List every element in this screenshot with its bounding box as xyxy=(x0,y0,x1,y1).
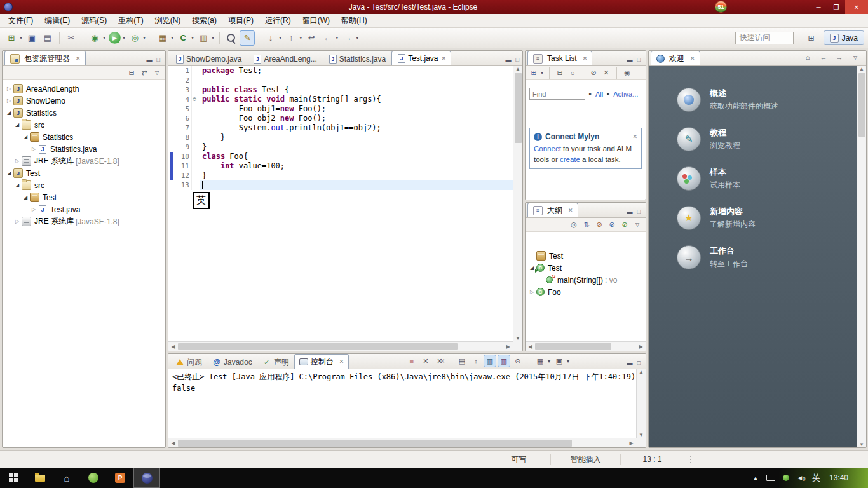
last-edit-icon[interactable] xyxy=(304,30,319,46)
scroll-lock-icon[interactable] xyxy=(470,355,482,367)
code-line-6[interactable]: 6 Foo obj2=new Foo(); xyxy=(168,114,513,123)
jar-export-icon[interactable] xyxy=(196,30,211,46)
expand-arrow-icon[interactable]: ▷ xyxy=(528,289,536,295)
pkg-item-4[interactable]: ◢Statistics xyxy=(3,131,165,143)
menu-icon[interactable] xyxy=(151,67,163,79)
mylyn-link[interactable]: Connect xyxy=(534,145,561,152)
scroll-right-icon[interactable]: ▶ xyxy=(503,344,513,349)
collapse-arrow-icon[interactable]: ◢ xyxy=(5,110,13,116)
maximize-view-icon[interactable]: □ xyxy=(637,208,641,215)
menu-item-0[interactable]: 文件(F) xyxy=(3,13,39,28)
expand-arrow-icon[interactable]: ▷ xyxy=(13,219,21,224)
scroll-down-icon[interactable]: ▼ xyxy=(515,336,520,341)
tutorials-icon[interactable] xyxy=(677,127,701,151)
code-line-9[interactable]: 9} xyxy=(168,142,513,152)
editor-tab-3[interactable]: Test.java✕ xyxy=(391,51,451,65)
volume-icon[interactable] xyxy=(797,471,806,484)
find-input[interactable] xyxy=(529,88,585,100)
workbench-icon[interactable] xyxy=(677,245,701,269)
hide-fields-icon[interactable] xyxy=(593,219,605,231)
package-explorer-tab[interactable]: 包资源管理器 ✕ xyxy=(4,51,86,65)
run-dropdown-icon[interactable]: ▾ xyxy=(123,35,125,41)
fold-collapse-icon[interactable]: ⊖ xyxy=(193,95,196,103)
scroll-up-icon[interactable]: ▲ xyxy=(639,369,644,375)
scroll-up-icon[interactable]: ▲ xyxy=(515,66,520,72)
code-text[interactable] xyxy=(200,180,513,190)
remove-all-icon[interactable] xyxy=(433,355,446,367)
pkg-item-3[interactable]: ◢src xyxy=(3,119,165,131)
minimize-view-icon[interactable]: ▬ xyxy=(627,57,633,63)
minimize-view-icon[interactable]: ▬ xyxy=(147,57,153,63)
pkg-item-8[interactable]: ◢src xyxy=(3,179,165,191)
code-line-8[interactable]: 8 } xyxy=(168,133,513,142)
pkg-item-1[interactable]: ▷ShowDemo xyxy=(3,95,165,107)
hide-static-icon[interactable] xyxy=(606,219,618,231)
next-annotation-icon[interactable] xyxy=(263,30,278,46)
link-editor-icon[interactable] xyxy=(139,67,150,79)
filter-all-link[interactable]: All xyxy=(595,90,603,98)
menu-icon[interactable] xyxy=(850,51,861,63)
close-popup-icon[interactable]: ✕ xyxy=(632,133,637,140)
menu-item-8[interactable]: 窗口(W) xyxy=(297,13,336,28)
scroll-left-icon[interactable]: ◀ xyxy=(526,344,535,349)
outline-item-2[interactable]: main(String[]): vo xyxy=(526,274,646,286)
hide-nonpublic-icon[interactable] xyxy=(619,219,630,231)
collapse-arrow-icon[interactable]: ◢ xyxy=(22,194,29,200)
code-text[interactable]: Foo obj1=new Foo(); xyxy=(200,104,513,114)
editor-horizontal-scrollbar[interactable]: ◀ ▶ xyxy=(168,341,513,351)
pkg-item-5[interactable]: ▷Statistics.java xyxy=(3,143,165,155)
collapse-arrow-icon[interactable]: ◢ xyxy=(13,122,21,128)
code-text[interactable] xyxy=(200,76,513,85)
code-text[interactable]: Foo obj2=new Foo(); xyxy=(200,114,513,123)
welcome-item-workbench[interactable]: 工作台转至工作台 xyxy=(677,245,857,269)
close-tab-icon[interactable]: ✕ xyxy=(442,55,447,62)
code-text[interactable]: class Foo{ xyxy=(200,152,513,161)
new-wizard-icon[interactable] xyxy=(4,30,19,46)
code-line-12[interactable]: 12} xyxy=(168,171,513,180)
code-line-11[interactable]: 11 int value=100; xyxy=(168,161,513,171)
home-icon[interactable] xyxy=(802,51,813,63)
editor-tab-2[interactable]: Statistics.java xyxy=(323,52,391,65)
run-history-icon[interactable] xyxy=(127,30,142,46)
console-select-icon[interactable] xyxy=(534,355,546,367)
forward-icon[interactable] xyxy=(834,51,845,63)
terminate-icon[interactable] xyxy=(405,355,418,367)
console-horizontal-scrollbar[interactable]: ◀ ▶ xyxy=(168,438,636,447)
maximize-view-icon[interactable]: □ xyxy=(637,360,641,366)
hidden-icons-icon[interactable] xyxy=(751,471,760,484)
minimize-view-icon[interactable]: ▬ xyxy=(627,360,633,366)
scroll-left-icon[interactable]: ◀ xyxy=(168,344,178,349)
outline-tab[interactable]: 大纲 ✕ xyxy=(527,203,578,217)
pkg-item-9[interactable]: ◢Test xyxy=(3,191,165,203)
scroll-right-icon[interactable]: ▶ xyxy=(627,440,636,446)
save-icon[interactable] xyxy=(24,30,39,46)
welcome-item-whatsnew[interactable]: 新增内容了解新增内容 xyxy=(677,206,857,230)
stdout-lock-icon[interactable] xyxy=(484,355,496,367)
console-tab-2[interactable]: 声明 xyxy=(257,355,294,369)
print-icon[interactable] xyxy=(40,30,55,46)
eclipse-taskbar-button[interactable] xyxy=(133,468,160,488)
whatsnew-icon[interactable] xyxy=(677,206,701,230)
new-java-project-dropdown-icon[interactable]: ▾ xyxy=(171,35,173,41)
speedup-ball-badge[interactable]: 51 xyxy=(715,1,727,13)
restore-window-button[interactable]: ❐ xyxy=(827,0,845,14)
new-wizard-dropdown-icon[interactable]: ▾ xyxy=(20,35,22,41)
activate-icon[interactable] xyxy=(621,67,633,79)
scrollbar-thumb[interactable] xyxy=(178,440,572,447)
code-text[interactable]: } xyxy=(200,171,513,180)
new-class-dropdown-icon[interactable]: ▾ xyxy=(191,35,194,41)
scrollbar-thumb[interactable] xyxy=(858,73,865,137)
debug-icon[interactable] xyxy=(87,30,102,46)
close-window-button[interactable]: ✕ xyxy=(845,0,868,14)
filter-icon[interactable] xyxy=(588,67,599,79)
ime-language-indicator[interactable]: 英 xyxy=(812,472,820,484)
menu-item-6[interactable]: 项目(P) xyxy=(222,13,259,28)
close-tab-icon[interactable]: ✕ xyxy=(339,358,344,365)
code-text[interactable]: package Test; xyxy=(200,66,513,76)
run-icon[interactable] xyxy=(109,32,121,44)
debug-dropdown-icon[interactable]: ▾ xyxy=(103,35,105,41)
expand-arrow-icon[interactable]: ▷ xyxy=(13,158,21,164)
menu-item-7[interactable]: 运行(R) xyxy=(259,13,297,28)
code-line-10[interactable]: 10class Foo{ xyxy=(168,152,513,161)
code-text[interactable]: public static void main(String[] args){ xyxy=(200,95,513,104)
